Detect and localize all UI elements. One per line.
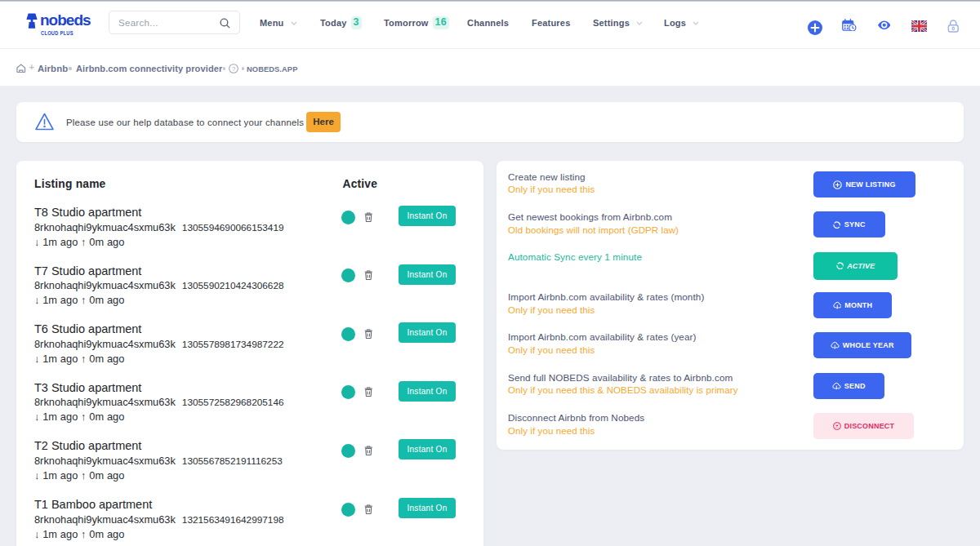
svg-text:?: ? bbox=[232, 65, 235, 73]
